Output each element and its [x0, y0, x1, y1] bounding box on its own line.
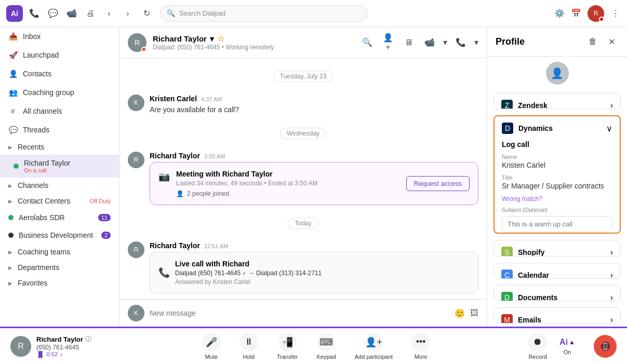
close-profile-button[interactable]: ✕ [604, 34, 619, 49]
date-divider-today: Today [128, 218, 478, 229]
forward-button[interactable]: › [121, 6, 135, 21]
zendesk-header[interactable]: Z Zendesk › [494, 93, 620, 109]
sidebar-item-richard-taylor[interactable]: Richard Taylor On a call [0, 155, 119, 178]
app-logo: Ai [6, 5, 23, 22]
dynamics-name-row: D Dynamics [502, 123, 553, 134]
dynamics-card: D Dynamics ∨ Log call Name Kristen Carle… [493, 115, 621, 234]
chevron-cc-icon: ▶ [8, 198, 12, 204]
shopify-header[interactable]: S Shopify › [494, 240, 620, 256]
inbox-icon: 📥 [8, 32, 18, 41]
message-input[interactable] [150, 309, 449, 317]
calendar-header[interactable]: C Calendar › [494, 263, 620, 279]
transfer-action[interactable]: 📲 Transfer [277, 333, 298, 360]
name-value: Kristen Carlel [502, 161, 612, 169]
message-header-meeting: Richard Taylor 3:50 AM [150, 152, 478, 160]
mute-icon: 🎤 [202, 333, 221, 352]
video-dropdown[interactable]: ▾ [443, 37, 447, 47]
print-icon[interactable]: 🖨 [85, 8, 96, 19]
launchpad-icon: 🚀 [8, 50, 18, 60]
sidebar-channels-toggle[interactable]: ▶ Channels [0, 178, 119, 193]
dynamics-name: Dynamics [518, 124, 553, 132]
departments-label: Departments [18, 263, 59, 272]
add-participant-label: Add participant [355, 354, 393, 360]
subject-input[interactable] [502, 216, 612, 232]
search-chat-button[interactable]: 🔍 [360, 35, 375, 50]
star-icon[interactable]: ☆ [217, 34, 224, 44]
emails-logo: M [501, 314, 513, 323]
phone-icon[interactable]: 📞 [29, 8, 39, 19]
on-action[interactable]: Ai ▲ On [559, 338, 575, 355]
profile-panel: Profile 🗑 ✕ 👤 Z Zendesk › D [487, 27, 627, 327]
chat-input-area: K 🙂 🖼 [119, 299, 487, 327]
sidebar-favorites[interactable]: ▶ Favorites [0, 275, 119, 291]
more-icon: ••• [411, 333, 430, 352]
chat-icon[interactable]: 💬 [48, 8, 58, 19]
zendesk-card: Z Zendesk › [493, 93, 621, 109]
sender-name-richard: Richard Taylor [150, 152, 200, 160]
dynamics-header[interactable]: D Dynamics ∨ [495, 116, 620, 140]
richard-avatar-live: R [128, 241, 144, 258]
request-access-button[interactable]: Request access [406, 176, 470, 191]
phone-dropdown[interactable]: ▾ [474, 37, 478, 47]
emails-header[interactable]: M Emails › [494, 308, 620, 323]
sidebar-item-inbox[interactable]: 📥 Inbox [0, 27, 119, 46]
keypad-label: Keypad [316, 354, 336, 360]
video-icon[interactable]: 📹 [66, 8, 77, 19]
sidebar-item-aerolabs-sdr[interactable]: Aerolabs SDR 11 [0, 209, 119, 226]
sidebar-contact-centers[interactable]: ▶ Contact Centers Off Duty [0, 193, 119, 209]
zendesk-name-row: Z Zendesk [501, 100, 548, 109]
sidebar-recents-toggle[interactable]: ▶ Recents [0, 139, 119, 155]
record-action[interactable]: ⏺ Record [528, 333, 547, 360]
search-bar[interactable]: 🔍 Search Dialpad [160, 5, 368, 22]
keypad-action[interactable]: ⌨ Keypad [316, 333, 336, 360]
meeting-call-card: 📷 Meeting with Richard Taylor Lasted 34 … [150, 162, 478, 205]
refresh-button[interactable]: ↻ [139, 6, 154, 21]
call-bar-name: Richard Taylor ⓘ [36, 335, 91, 344]
call-bar-info: Richard Taylor ⓘ (650) 761-4645 ▐▌ 0:52 … [36, 335, 91, 357]
sidebar-item-contacts[interactable]: 👤 Contacts [0, 64, 119, 83]
transfer-label: Transfer [277, 354, 298, 360]
sidebar-item-all-channels[interactable]: # All channels [0, 102, 119, 120]
settings-icon[interactable]: ⚙️ [554, 8, 565, 19]
add-participant-action[interactable]: 👤+ Add participant [355, 333, 393, 360]
call-bar-actions: 🎤 Mute ⏸ Hold 📲 Transfer ⌨ Keypad 👤+ Add… [114, 333, 518, 360]
sidebar-label-inbox: Inbox [23, 32, 111, 41]
image-icon[interactable]: 🖼 [470, 308, 478, 318]
richard-taylor-name: Richard Taylor [24, 159, 111, 167]
user-avatar[interactable]: R [588, 5, 604, 22]
hold-action[interactable]: ⏸ Hold [239, 333, 258, 360]
sidebar-coaching-teams[interactable]: ▶ Coaching teams [0, 244, 119, 260]
phone-button[interactable]: 📞 [453, 35, 468, 50]
video-call-button[interactable]: 📹 [422, 35, 437, 50]
sidebar-item-coaching-group[interactable]: 👥 Coaching group [0, 83, 119, 102]
message-row-live: R Richard Taylor 12:51 AM 📞 Live call wi… [128, 241, 478, 293]
call-bar-right: ⏺ Record Ai ▲ On 📵 [528, 333, 617, 360]
mute-action[interactable]: 🎤 Mute [202, 333, 221, 360]
title-label: Title [502, 174, 612, 181]
calendar-icon[interactable]: 📅 [571, 8, 581, 19]
end-call-button[interactable]: 📵 [594, 335, 617, 358]
chat-input-icons: 🙂 🖼 [455, 308, 478, 318]
emoji-icon[interactable]: 🙂 [455, 308, 465, 318]
message-row-meeting: R Richard Taylor 3:50 AM 📷 Meeting with … [128, 152, 478, 205]
date-divider-tuesday: Tuesday, July 23 [128, 71, 478, 82]
sidebar-item-business-development[interactable]: Business Development 2 [0, 226, 119, 244]
richard-taylor-status: On a call [24, 167, 111, 173]
name-field: Name Kristen Carlel [502, 154, 612, 169]
dropdown-arrow[interactable]: ▾ [210, 34, 214, 44]
sidebar-departments[interactable]: ▶ Departments [0, 260, 119, 275]
waveform-icon: ♪ [60, 351, 63, 357]
back-button[interactable]: ‹ [102, 6, 116, 21]
more-options-icon[interactable]: ⋮ [610, 8, 621, 19]
message-text: Are you available for a call? [150, 105, 478, 115]
calendar-card: C Calendar › [493, 263, 621, 279]
zendesk-name: Zendesk [518, 101, 548, 109]
wrong-match-link[interactable]: Wrong match? [502, 195, 612, 203]
sidebar-item-launchpad[interactable]: 🚀 Launchpad [0, 46, 119, 64]
screen-share-button[interactable]: 🖥 [402, 35, 416, 50]
delete-profile-button[interactable]: 🗑 [585, 34, 600, 49]
add-person-button[interactable]: 👤+ [381, 35, 395, 50]
sidebar-item-threads[interactable]: 💬 Threads [0, 120, 119, 139]
documents-header[interactable]: D Documents › [494, 286, 620, 301]
more-action[interactable]: ••• More [411, 333, 430, 360]
